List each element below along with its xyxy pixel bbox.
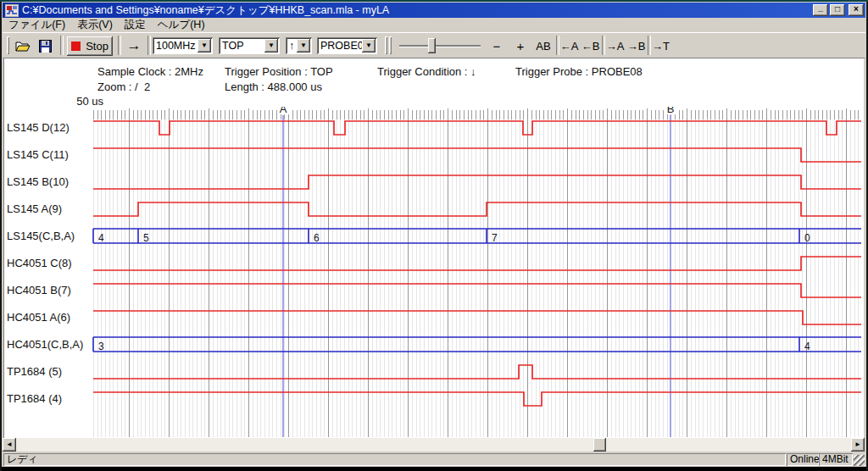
scroll-left-icon: ◄: [6, 441, 13, 448]
horizontal-scrollbar[interactable]: ◄ ►: [3, 438, 865, 452]
set-marker-b-button[interactable]: →B: [626, 36, 646, 55]
channel-trace: [93, 148, 861, 162]
bus-value: 0: [804, 232, 810, 244]
app-window: C:¥Documents and Settings¥noname¥デスクトップ¥…: [0, 0, 868, 471]
memory-status-badge: 4MBit: [819, 453, 853, 466]
channel-trace: [93, 311, 861, 324]
zoom-slider-track[interactable]: [399, 45, 481, 47]
status-message: レディ: [3, 453, 786, 466]
bus-value: 7: [492, 232, 498, 244]
channel-label: LS145 C(11): [7, 148, 69, 162]
folder-open-icon: [15, 40, 31, 52]
window-title: C:¥Documents and Settings¥noname¥デスクトップ¥…: [22, 3, 813, 18]
channel-label: LS145 D(12): [7, 121, 70, 135]
zoom-out-button[interactable]: −: [487, 36, 506, 55]
title-bar[interactable]: C:¥Documents and Settings¥noname¥デスクトップ¥…: [3, 3, 865, 18]
ab-range-button[interactable]: AB: [533, 36, 554, 55]
channel-label: HC4051 B(7): [7, 284, 71, 297]
marker-label: B: [667, 107, 675, 115]
trigger-condition-info: Trigger Condition : ↓: [377, 65, 476, 78]
status-bar: レディ Online 4MBit: [2, 452, 866, 467]
channel-trace: [93, 392, 861, 406]
length-info: Length : 488.000 us: [225, 80, 322, 93]
close-button[interactable]: ×: [849, 4, 864, 16]
zoom-slider-thumb[interactable]: [428, 38, 436, 53]
channel-trace: [93, 121, 861, 135]
toolbar-separator: [118, 36, 121, 55]
zoom-info: Zoom : / 2: [97, 80, 150, 93]
trace-layer: 4567034: [93, 121, 861, 406]
chevron-down-icon[interactable]: ▼: [198, 39, 211, 53]
goto-trigger-button[interactable]: →T: [651, 36, 670, 55]
channel-trace: [93, 202, 861, 216]
maximize-button[interactable]: □: [830, 4, 845, 16]
open-file-button[interactable]: [13, 36, 33, 55]
minimize-button[interactable]: _: [813, 4, 828, 16]
scroll-left-button[interactable]: ◄: [3, 438, 16, 452]
chevron-down-icon[interactable]: ▼: [297, 39, 310, 53]
menu-settings[interactable]: 設定: [119, 17, 152, 33]
app-icon: [5, 4, 19, 17]
trigger-probe-select[interactable]: PROBE00 ▼: [317, 37, 377, 54]
bus-value: 3: [98, 341, 104, 352]
resize-grip[interactable]: [854, 455, 865, 466]
goto-marker-b-button[interactable]: ←B: [581, 36, 600, 55]
menu-file[interactable]: ファイル(F): [3, 17, 71, 33]
trigger-edge-select[interactable]: ↑ ▼: [286, 37, 312, 54]
stop-icon: [71, 42, 81, 51]
toolbar-separator: [147, 36, 151, 55]
scroll-right-icon: ►: [854, 441, 861, 448]
scroll-right-button[interactable]: ►: [851, 438, 865, 452]
waveform-display[interactable]: AB4567034: [90, 107, 863, 437]
channel-trace: [93, 284, 861, 297]
channel-label: TP1684 (4): [7, 392, 62, 406]
chevron-down-icon[interactable]: ▼: [264, 39, 278, 53]
channel-trace: [93, 175, 861, 189]
run-arrow-icon: →: [127, 37, 142, 54]
goto-marker-a-button[interactable]: ←A: [559, 36, 579, 55]
menu-help[interactable]: ヘルプ(H): [152, 17, 211, 33]
toolbar: Stop → 100MHz ▼ TOP ▼ ↑ ▼ PROBE00 ▼ − + …: [3, 32, 865, 58]
online-status-badge: Online: [787, 453, 819, 466]
channel-label: LS145 B(10): [7, 175, 69, 189]
channel-trace: [93, 365, 861, 379]
run-button[interactable]: →: [122, 36, 146, 55]
bus-value: 5: [143, 232, 149, 244]
trigger-position-info: Trigger Position : TOP: [225, 65, 333, 78]
zoom-in-button[interactable]: +: [511, 36, 530, 55]
menu-bar: ファイル(F) 表示(V) 設定 ヘルプ(H): [3, 18, 865, 32]
trigger-probe-info: Trigger Probe : PROBE08: [515, 65, 643, 78]
toolbar-grip[interactable]: [389, 36, 392, 54]
bus-value: 4: [804, 341, 810, 352]
scrollbar-thumb[interactable]: [593, 438, 606, 452]
channel-label: HC4051(C,B,A): [7, 338, 83, 352]
channel-label: HC4051 C(8): [7, 257, 72, 270]
sample-clock-select[interactable]: 100MHz ▼: [153, 37, 213, 54]
bus-value: 4: [98, 232, 104, 244]
floppy-disk-icon: [39, 40, 52, 53]
chevron-down-icon[interactable]: ▼: [362, 39, 376, 53]
toolbar-separator: [60, 36, 64, 55]
marker-label: A: [280, 107, 287, 115]
marker-layer: AB: [277, 107, 676, 437]
grid-layer: [93, 108, 858, 437]
set-marker-a-button[interactable]: →A: [605, 36, 625, 55]
toolbar-grip[interactable]: [7, 36, 9, 54]
channel-label: HC4051 A(6): [7, 311, 70, 324]
menu-view[interactable]: 表示(V): [71, 17, 119, 33]
channel-label: LS145 A(9): [7, 202, 62, 216]
channel-trace: [93, 257, 861, 270]
toolbar-grip[interactable]: [385, 36, 387, 54]
stop-button[interactable]: Stop: [67, 36, 113, 56]
trigger-position-select[interactable]: TOP ▼: [219, 37, 280, 54]
sample-clock-info: Sample Clock : 2MHz: [97, 65, 203, 78]
save-button[interactable]: [35, 36, 55, 55]
bus-value: 6: [314, 232, 320, 244]
channel-label: LS145(C,B,A): [7, 230, 75, 243]
time-scale-label: 50 us: [49, 95, 103, 108]
channel-label: TP1684 (5): [7, 365, 62, 379]
